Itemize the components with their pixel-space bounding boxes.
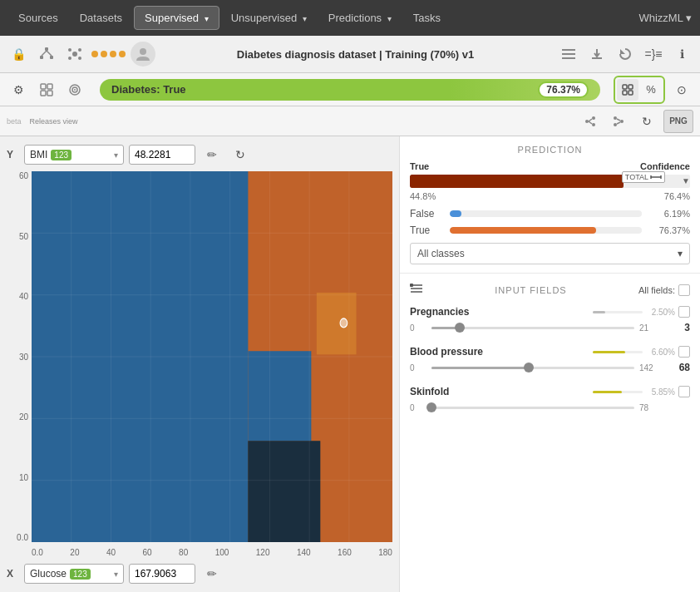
svg-point-7 bbox=[78, 48, 81, 52]
svg-rect-2 bbox=[50, 56, 53, 59]
tb2-settings-icon[interactable]: ⚙ bbox=[7, 78, 30, 101]
pregnancies-slider-row: 0 21 3 bbox=[410, 321, 690, 334]
grid-view-btn[interactable] bbox=[617, 79, 638, 101]
y-value-input[interactable]: 48.2281 bbox=[129, 145, 195, 165]
skinfold-label: Skinfold bbox=[410, 386, 449, 397]
y-field-badge: 123 bbox=[51, 150, 71, 160]
pregnancies-controls: 2.50% bbox=[593, 306, 690, 318]
y-refresh-icon[interactable]: ↻ bbox=[229, 143, 252, 166]
classes-dropdown[interactable]: All classes ▾ bbox=[410, 243, 690, 264]
class-false-label: False bbox=[410, 208, 443, 220]
skinfold-checkbox[interactable] bbox=[678, 386, 690, 397]
chart-area: 0.0 20 40 60 80 100 120 140 160 180 bbox=[32, 171, 392, 559]
download-icon[interactable] bbox=[585, 42, 609, 66]
prediction-bar: Diabetes: True 76.37% bbox=[100, 79, 600, 101]
input-fields-section: INPUT FIELDS All fields: Pregnancies bbox=[400, 274, 700, 434]
bloodpressure-checkbox[interactable] bbox=[678, 346, 690, 358]
y-axis-controls: Y BMI 123 ▾ 48.2281 ✏ ↻ bbox=[7, 143, 392, 166]
x-axis-ticks: 0.0 20 40 60 80 100 120 140 160 180 bbox=[32, 542, 392, 559]
pregnancies-checkbox[interactable] bbox=[678, 306, 690, 318]
pregnancies-pct-bar-wrap bbox=[593, 311, 643, 313]
all-fields-label: All fields: bbox=[638, 285, 675, 295]
chart-grid[interactable] bbox=[32, 171, 392, 542]
bloodpressure-slider[interactable] bbox=[431, 361, 634, 374]
svg-point-8 bbox=[68, 57, 71, 60]
x-field-selector[interactable]: Glucose 123 ▾ bbox=[24, 564, 124, 584]
total-badge: TOTAL bbox=[622, 171, 665, 183]
chart-panel: Y BMI 123 ▾ 48.2281 ✏ ↻ 60 50 40 30 20 1… bbox=[0, 136, 399, 592]
y-tick-50: 50 bbox=[19, 232, 28, 241]
svg-point-26 bbox=[585, 120, 589, 123]
pregnancies-thumb[interactable] bbox=[455, 323, 465, 333]
x-tick-180: 180 bbox=[378, 548, 392, 557]
x-field-name: Glucose bbox=[30, 568, 67, 580]
toolbar-prediction: ⚙ Diabetes: True 76.37% % ⊙ bbox=[0, 73, 700, 106]
skinfold-min: 0 bbox=[410, 403, 426, 412]
x-field-badge: 123 bbox=[70, 569, 91, 580]
split-icon-right[interactable] bbox=[607, 110, 630, 133]
tb2-target-icon[interactable] bbox=[63, 78, 86, 101]
refresh-chart-icon[interactable]: ↻ bbox=[635, 110, 658, 133]
y-edit-icon[interactable]: ✏ bbox=[200, 143, 224, 166]
x-tick-120: 120 bbox=[256, 548, 270, 557]
class-false-pct: 6.19% bbox=[648, 209, 690, 219]
bloodpressure-controls: 6.60% bbox=[593, 346, 690, 358]
bloodpressure-header: Blood pressure 6.60% bbox=[410, 346, 690, 358]
all-fields-checkbox[interactable] bbox=[678, 284, 690, 296]
split-icon-left[interactable] bbox=[579, 110, 602, 133]
y-tick-60: 60 bbox=[19, 171, 28, 180]
png-export-btn[interactable]: PNG bbox=[663, 110, 693, 133]
svg-line-35 bbox=[617, 122, 620, 124]
svg-point-21 bbox=[74, 89, 76, 91]
main-content: Y BMI 123 ▾ 48.2281 ✏ ↻ 60 50 40 30 20 1… bbox=[0, 136, 700, 592]
total-icon bbox=[650, 175, 662, 180]
svg-rect-54 bbox=[317, 293, 357, 354]
skinfold-pct-fill bbox=[593, 391, 622, 393]
list-icon[interactable] bbox=[557, 42, 580, 66]
skinfold-thumb[interactable] bbox=[426, 402, 436, 412]
nav-supervised[interactable]: Supervised ▾ bbox=[134, 6, 219, 30]
info-icon[interactable]: ℹ bbox=[670, 42, 693, 66]
brand-label[interactable]: WhizzML ▾ bbox=[638, 12, 692, 24]
pregnancies-slider[interactable] bbox=[431, 321, 634, 334]
y-axis-ticks: 60 50 40 30 20 10 0.0 bbox=[7, 171, 32, 559]
svg-point-33 bbox=[620, 120, 624, 123]
page-title: Diabetes diagnosis dataset | Training (7… bbox=[160, 48, 550, 61]
nav-sources[interactable]: Sources bbox=[8, 7, 68, 29]
cluster-icon[interactable] bbox=[63, 42, 86, 66]
bloodpressure-thumb[interactable] bbox=[524, 363, 534, 372]
skinfold-slider[interactable] bbox=[431, 401, 634, 414]
nav-predictions[interactable]: Predictions ▾ bbox=[318, 7, 402, 29]
y-field-selector[interactable]: BMI 123 ▾ bbox=[24, 145, 124, 165]
class-true-bar-wrap bbox=[450, 227, 642, 234]
tree-icon[interactable] bbox=[35, 42, 58, 66]
bloodpressure-pct-track bbox=[593, 351, 643, 353]
lock-icon[interactable]: 🔒 bbox=[7, 42, 30, 66]
svg-point-28 bbox=[592, 123, 595, 126]
bloodpressure-track bbox=[431, 367, 634, 369]
y-tick-10: 10 bbox=[19, 473, 28, 482]
predictions-arrow: ▾ bbox=[387, 14, 392, 23]
x-tick-100: 100 bbox=[215, 548, 229, 557]
skinfold-slider-row: 0 78 bbox=[410, 401, 690, 414]
settings-icon[interactable]: =}≡ bbox=[642, 42, 665, 66]
nav-datasets[interactable]: Datasets bbox=[70, 7, 132, 29]
svg-rect-12 bbox=[562, 53, 575, 55]
x-edit-icon[interactable]: ✏ bbox=[200, 562, 224, 585]
pregnancies-min: 0 bbox=[410, 323, 426, 333]
pct-view-btn[interactable]: % bbox=[640, 79, 662, 101]
tb2-zoom-icon[interactable]: ⊙ bbox=[670, 78, 693, 101]
tb2-grid-icon[interactable] bbox=[35, 78, 58, 101]
nav-unsupervised[interactable]: Unsupervised ▾ bbox=[221, 7, 317, 29]
x-tick-160: 160 bbox=[338, 548, 352, 557]
nav-tasks[interactable]: Tasks bbox=[403, 7, 451, 29]
releases-view-label: Releases view bbox=[30, 117, 78, 126]
classes-dropdown-label: All classes bbox=[417, 248, 465, 259]
x-value-input[interactable]: 167.9063 bbox=[129, 564, 195, 584]
y-tick-30: 30 bbox=[19, 353, 28, 362]
svg-rect-17 bbox=[41, 91, 46, 96]
pred-col1-label: True bbox=[410, 161, 429, 171]
y-field-dropdown-arrow: ▾ bbox=[114, 150, 118, 160]
x-axis-controls: X Glucose 123 ▾ 167.9063 ✏ bbox=[7, 562, 392, 585]
refresh-icon[interactable] bbox=[614, 42, 637, 66]
